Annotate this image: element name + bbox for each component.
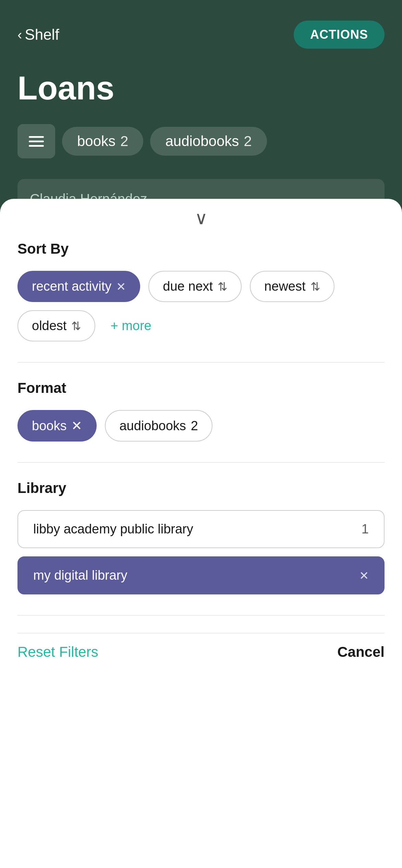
divider-2 (17, 462, 385, 463)
bottom-actions: Reset Filters Cancel (17, 633, 385, 660)
chevron-down-icon: ∨ (195, 209, 208, 227)
cancel-button[interactable]: Cancel (337, 644, 385, 660)
sort-arrows-icon: ⇅ (218, 280, 227, 293)
library-chip-libby-academy[interactable]: libby academy public library 1 (17, 510, 385, 548)
format-chip-books[interactable]: books ✕ (17, 410, 97, 442)
top-nav: ‹ Shelf ACTIONS (17, 21, 385, 49)
sort-chip-label: recent activity (32, 279, 111, 294)
sort-chip-newest[interactable]: newest ⇅ (250, 271, 334, 302)
tab-audiobooks[interactable]: audiobooks 2 (150, 127, 267, 156)
format-chip-audiobooks[interactable]: audiobooks 2 (105, 410, 212, 442)
sort-arrows-icon: ⇅ (71, 319, 81, 333)
library-chip-label: libby academy public library (33, 522, 193, 537)
close-icon[interactable]: ✕ (116, 280, 126, 293)
filter-bottom-sheet: ∨ Sort By recent activity ✕ due next ⇅ n… (0, 199, 402, 868)
actions-button[interactable]: ACTIONS (294, 21, 385, 49)
back-label: Shelf (25, 26, 59, 43)
sort-chip-recent-activity[interactable]: recent activity ✕ (17, 271, 140, 302)
sort-chip-oldest[interactable]: oldest ⇅ (17, 310, 95, 341)
sheet-handle[interactable]: ∨ (17, 199, 385, 241)
tab-books-label: books (77, 133, 115, 149)
library-section-label: Library (17, 480, 385, 496)
close-icon[interactable]: ✕ (359, 569, 369, 582)
sort-arrows-icon: ⇅ (310, 280, 320, 293)
menu-icon-button[interactable] (17, 124, 55, 158)
sort-chip-label: newest (264, 279, 305, 294)
tab-audiobooks-label: audiobooks (165, 133, 239, 149)
divider-3 (17, 615, 385, 616)
library-section: Library libby academy public library 1 m… (17, 480, 385, 594)
tab-audiobooks-count: 2 (244, 133, 252, 149)
format-section-label: Format (17, 380, 385, 396)
back-button[interactable]: ‹ Shelf (17, 26, 59, 43)
library-options: libby academy public library 1 my digita… (17, 510, 385, 594)
tabs-row: books 2 audiobooks 2 (17, 124, 385, 158)
sort-section: Sort By recent activity ✕ due next ⇅ new… (17, 241, 385, 341)
sort-chip-due-next[interactable]: due next ⇅ (148, 271, 242, 302)
library-chip-label: my digital library (33, 568, 127, 583)
close-icon[interactable]: ✕ (71, 418, 82, 433)
reset-filters-button[interactable]: Reset Filters (17, 644, 98, 660)
format-options: books ✕ audiobooks 2 (17, 410, 385, 442)
page-title: Loans (17, 69, 385, 107)
sort-options: recent activity ✕ due next ⇅ newest ⇅ ol… (17, 271, 385, 341)
tab-books[interactable]: books 2 (62, 127, 143, 156)
sort-section-label: Sort By (17, 241, 385, 257)
format-section: Format books ✕ audiobooks 2 (17, 380, 385, 442)
library-chip-count: 1 (362, 522, 369, 537)
sort-chip-label: oldest (32, 318, 66, 333)
chevron-left-icon: ‹ (17, 27, 22, 43)
format-chip-label: books (32, 419, 66, 433)
sort-chip-label: due next (163, 279, 213, 294)
format-chip-count: 2 (191, 419, 198, 433)
more-sort-options-button[interactable]: + more (103, 310, 158, 341)
hamburger-icon (29, 136, 44, 147)
tab-books-count: 2 (120, 133, 128, 149)
format-chip-label: audiobooks (119, 419, 186, 433)
divider-1 (17, 362, 385, 363)
library-chip-my-digital[interactable]: my digital library ✕ (17, 556, 385, 594)
